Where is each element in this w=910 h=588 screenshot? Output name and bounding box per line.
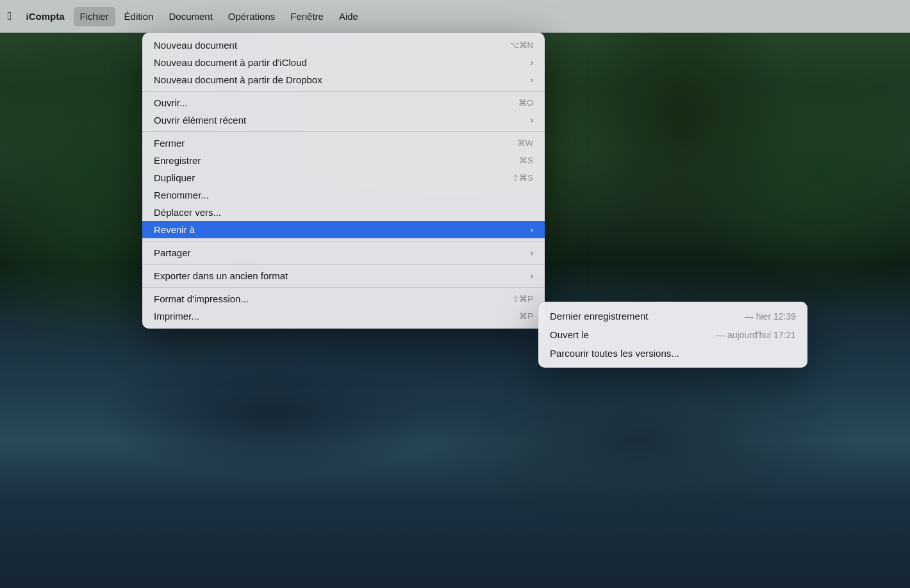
apple-logo-icon[interactable]: 	[8, 10, 12, 23]
menubar-item-operations[interactable]: Opérations	[222, 7, 281, 26]
separator-3	[142, 241, 545, 241]
menu-item-revenir[interactable]: Revenir à ›	[142, 221, 545, 238]
chevron-right-icon: ›	[531, 58, 533, 67]
menubar-item-fenetre[interactable]: Fenêtre	[284, 7, 330, 26]
chevron-right-icon: ›	[531, 225, 533, 234]
separator-1	[142, 91, 545, 92]
menu-item-renommer[interactable]: Renommer...	[142, 186, 545, 204]
menu-item-imprimer[interactable]: Imprimer... ⌘P	[142, 307, 545, 325]
menubar-item-fichier[interactable]: Fichier	[74, 7, 115, 26]
menu-item-fermer[interactable]: Fermer ⌘W	[142, 135, 545, 152]
separator-2	[142, 131, 545, 132]
menu-item-nouveau-icloud[interactable]: Nouveau document à partir d'iCloud ›	[142, 54, 545, 71]
menu-item-nouveau-doc[interactable]: Nouveau document ⌥⌘N	[142, 37, 545, 54]
menubar-item-aide[interactable]: Aide	[333, 7, 365, 26]
submenu-item-parcourir[interactable]: Parcourir toutes les versions...	[538, 344, 807, 363]
separator-4	[142, 264, 545, 265]
menu-item-ouvrir[interactable]: Ouvrir... ⌘O	[142, 94, 545, 111]
menu-item-partager[interactable]: Partager ›	[142, 244, 545, 261]
submenu-item-dernier[interactable]: Dernier enregistrement — hier 12:39	[538, 307, 807, 325]
menu-item-format-impression[interactable]: Format d'impression... ⇧⌘P	[142, 290, 545, 307]
menubar:  iCompta Fichier Édition Document Opéra…	[0, 0, 910, 33]
menu-item-nouveau-dropbox[interactable]: Nouveau document à partir de Dropbox ›	[142, 71, 545, 88]
menu-item-dupliquer[interactable]: Dupliquer ⇧⌘S	[142, 169, 545, 186]
menu-item-deplacer[interactable]: Déplacer vers...	[142, 204, 545, 221]
menubar-item-edition[interactable]: Édition	[118, 7, 160, 26]
chevron-right-icon: ›	[531, 115, 533, 125]
revenir-submenu: Dernier enregistrement — hier 12:39 Ouve…	[538, 302, 807, 368]
menu-item-ouvrir-recent[interactable]: Ouvrir élément récent ›	[142, 111, 545, 129]
chevron-right-icon: ›	[531, 75, 533, 85]
menubar-app-name[interactable]: iCompta	[20, 7, 71, 26]
menu-item-exporter[interactable]: Exporter dans un ancien format ›	[142, 267, 545, 284]
menu-item-enregistrer[interactable]: Enregistrer ⌘S	[142, 152, 545, 169]
separator-5	[142, 287, 545, 288]
chevron-right-icon: ›	[531, 248, 533, 257]
chevron-right-icon: ›	[531, 271, 533, 281]
fichier-dropdown-menu: Nouveau document ⌥⌘N Nouveau document à …	[142, 33, 545, 329]
submenu-item-ouvert[interactable]: Ouvert le — aujourd'hui 17:21	[538, 325, 807, 344]
menubar-item-document[interactable]: Document	[162, 7, 219, 26]
